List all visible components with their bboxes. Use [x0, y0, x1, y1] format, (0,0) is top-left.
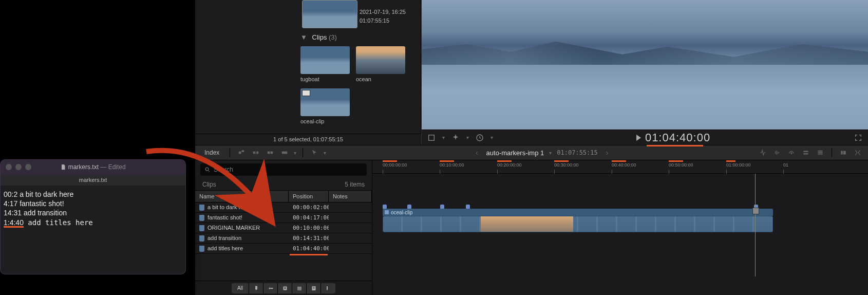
media-browser: 2021-07-19, 16:25 01:07:55:15 ▼ Clips (3…	[195, 0, 421, 145]
index-item-count: 5 items	[345, 181, 365, 188]
editor-body[interactable]: 00:2 a bit to dark here 4:17 fantastic s…	[1, 186, 185, 231]
index-row[interactable]: a bit to dark here 00:00:02:00	[195, 202, 372, 213]
svg-point-19	[269, 287, 270, 289]
chevron-down-icon[interactable]: ▾	[442, 135, 445, 140]
svg-rect-20	[270, 288, 273, 289]
chevron-down-icon[interactable]: ▾	[466, 135, 469, 140]
insert-clip-icon[interactable]	[251, 149, 261, 157]
document-icon	[60, 164, 66, 170]
svg-rect-9	[282, 152, 288, 154]
close-icon[interactable]	[6, 164, 12, 170]
project-badge-icon	[302, 90, 310, 96]
timeline-toolbar: Index ▾ ▾ ‹ auto-markers-imp 1 ▾ 01:07:5…	[195, 145, 868, 160]
timeline-clip[interactable]	[383, 216, 773, 232]
chevron-down-icon[interactable]: ▾	[324, 150, 326, 156]
index-button[interactable]: Index	[200, 148, 223, 157]
overwrite-clip-icon[interactable]	[279, 149, 290, 157]
ruler-tick: 00:40:00:00	[612, 162, 636, 168]
editor-tab[interactable]: markers.txt	[1, 174, 185, 186]
viewer-timecode-display[interactable]: 01:04:40:00	[636, 131, 710, 144]
project-name[interactable]: auto-markers-imp 1	[486, 149, 544, 157]
search-input[interactable]	[214, 166, 363, 173]
timeline-clip-header[interactable]: oceal-clip	[383, 209, 773, 216]
zoom-icon[interactable]	[25, 164, 31, 170]
chevron-down-icon[interactable]: ▾	[549, 150, 552, 156]
transform-icon[interactable]	[427, 133, 436, 142]
filter-chapter-icon[interactable]	[307, 283, 321, 293]
enhance-icon[interactable]	[451, 133, 460, 142]
filter-all-button[interactable]: All	[232, 283, 249, 293]
clips-header[interactable]: ▼ Clips (3)	[300, 33, 416, 41]
clip-thumbnail[interactable]	[356, 46, 405, 74]
top-row: 2021-07-19, 16:25 01:07:55:15 ▼ Clips (3…	[195, 0, 868, 145]
editor-line: 00:2 a bit to dark here	[4, 190, 73, 198]
disclosure-triangle-icon[interactable]: ▼	[300, 33, 307, 41]
index-search[interactable]	[200, 163, 367, 176]
timeline[interactable]: 00:00:00:00 00:10:00:00 00:20:00:00 00:3…	[372, 160, 868, 295]
timeline-zoom-icon[interactable]	[853, 149, 863, 157]
row-name: add transition	[207, 235, 241, 241]
clip-label: tugboat	[300, 76, 350, 82]
index-row[interactable]: fantastic shot! 00:04:17:00	[195, 213, 372, 223]
event-thumbnail[interactable]	[302, 0, 357, 28]
clip-appearance-icon[interactable]	[838, 149, 848, 157]
retime-icon[interactable]	[475, 133, 484, 142]
connect-clip-icon[interactable]	[236, 149, 247, 157]
row-name: add titles here	[207, 245, 243, 251]
skimming-icon[interactable]	[758, 149, 768, 157]
index-row[interactable]: add titles here 01:04:40:00	[195, 244, 372, 254]
ruler-tick: 00:30:00:00	[554, 162, 579, 168]
column-notes[interactable]: Notes	[329, 191, 372, 202]
timeline-index-panel: Clips 5 items Name Position Notes a bit …	[195, 160, 372, 295]
timeline-body[interactable]: oceal-clip	[372, 174, 868, 276]
append-clip-icon[interactable]	[265, 149, 275, 157]
ruler-orange-segment	[612, 160, 626, 162]
svg-rect-23	[297, 287, 301, 288]
filter-keywords-icon[interactable]	[263, 283, 278, 293]
clip-thumbnail[interactable]	[300, 88, 350, 116]
clip-item[interactable]: ocean	[356, 46, 405, 82]
marker-lane	[383, 205, 773, 209]
playhead[interactable]	[755, 174, 756, 276]
timeline-back-icon[interactable]: ‹	[473, 149, 481, 157]
filter-markers-icon[interactable]	[249, 283, 263, 293]
chevron-down-icon[interactable]: ▾	[490, 135, 493, 140]
viewer-canvas[interactable]	[422, 0, 868, 130]
filter-analysis-icon[interactable]	[278, 283, 292, 293]
ruler-tick: 00:20:00:00	[497, 162, 522, 168]
fullscreen-icon[interactable]	[854, 133, 863, 142]
index-clips-tab[interactable]: Clips	[202, 181, 216, 188]
minimize-icon[interactable]	[15, 164, 22, 170]
select-tool-icon[interactable]	[309, 149, 319, 157]
timeline-forward-icon[interactable]: ›	[603, 149, 612, 157]
svg-rect-24	[297, 288, 301, 289]
clip-item[interactable]: tugboat	[300, 46, 350, 82]
filter-todo-icon[interactable]	[292, 283, 307, 293]
clip-thumbnail[interactable]	[300, 46, 350, 74]
audio-skimming-icon[interactable]	[772, 149, 782, 157]
snapping-icon[interactable]	[801, 149, 811, 157]
lane-view-icon[interactable]	[815, 149, 825, 157]
text-editor-window[interactable]: markers.txt — Edited markers.txt 00:2 a …	[0, 159, 186, 274]
ruler-tick: 00:00:00:00	[383, 162, 407, 168]
clip-item[interactable]: oceal-clip	[300, 88, 350, 124]
annotation-underline	[647, 145, 703, 146]
editor-line: 4:17 fantastic shot!	[4, 199, 64, 208]
titlebar[interactable]: markers.txt — Edited	[1, 160, 185, 174]
index-row[interactable]: add transition 00:14:31:00	[195, 233, 372, 244]
solo-icon[interactable]	[786, 149, 797, 157]
row-name: ORIGINAL MARKER	[207, 225, 260, 231]
timeline-ruler[interactable]: 00:00:00:00 00:10:00:00 00:20:00:00 00:3…	[372, 160, 868, 174]
editor-line: 14:31 add transition	[4, 209, 67, 217]
play-icon[interactable]	[636, 135, 641, 141]
svg-rect-16	[841, 151, 843, 155]
ruler-tick: 00:50:00:00	[669, 162, 693, 168]
index-row[interactable]: ORIGINAL MARKER 00:10:00:00	[195, 223, 372, 233]
column-position[interactable]: Position	[289, 191, 329, 202]
chevron-down-icon[interactable]: ▾	[294, 150, 296, 156]
ruler-orange-segment	[669, 160, 683, 162]
column-name[interactable]: Name	[195, 191, 289, 202]
index-footer: All	[195, 281, 372, 295]
filter-caption-icon[interactable]	[321, 283, 335, 293]
event-meta: 2021-07-19, 16:25 01:07:55:15	[360, 8, 406, 25]
